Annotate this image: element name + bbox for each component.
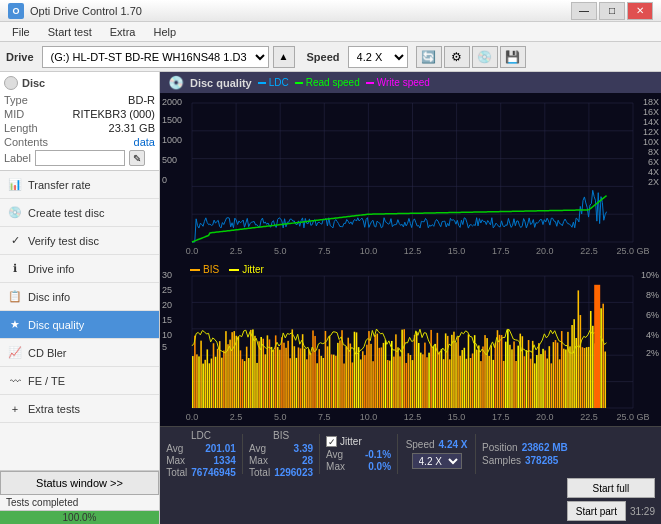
avg-jitter-row: Avg -0.1% — [326, 449, 391, 460]
extra-tests-icon: + — [8, 402, 22, 416]
total-bis-val: 1296023 — [274, 467, 313, 478]
chart-title: Disc quality — [190, 77, 252, 89]
max-ldc-row: Max 1334 — [166, 455, 236, 466]
y-top-500: 500 — [162, 155, 177, 165]
avg-bis-val: 3.39 — [294, 443, 313, 454]
ldc-header: LDC — [191, 430, 211, 441]
mid-label: MID — [4, 108, 24, 120]
drive-select[interactable]: (G:) HL-DT-ST BD-RE WH16NS48 1.D3 — [42, 46, 269, 68]
refresh-icon[interactable]: 🔄 — [416, 46, 442, 68]
menu-extra[interactable]: Extra — [102, 24, 144, 40]
jitter-color — [229, 269, 239, 271]
samples-val: 378285 — [525, 455, 558, 466]
sidebar-item-extra-tests[interactable]: + Extra tests — [0, 395, 159, 423]
legend-write-speed: Write speed — [366, 77, 430, 88]
sidebar-item-transfer-rate[interactable]: 📊 Transfer rate — [0, 171, 159, 199]
verify-test-disc-label: Verify test disc — [28, 235, 99, 247]
total-ldc-label: Total — [166, 467, 187, 478]
start-part-button[interactable]: Start part — [567, 501, 626, 521]
length-label: Length — [4, 122, 38, 134]
y-top-10x: 10X — [643, 137, 659, 147]
y-bot-10pct: 10% — [641, 270, 659, 280]
transfer-rate-icon: 📊 — [8, 178, 22, 192]
label-label: Label — [4, 152, 31, 164]
sidebar-item-verify-test-disc[interactable]: ✓ Verify test disc — [0, 227, 159, 255]
y-top-16x: 16X — [643, 107, 659, 117]
start-full-button[interactable]: Start full — [567, 478, 655, 498]
drive-info-label: Drive info — [28, 263, 74, 275]
y-top-2000: 2000 — [162, 97, 182, 107]
fe-te-label: FE / TE — [28, 375, 65, 387]
sidebar-item-fe-te[interactable]: 〰 FE / TE — [0, 367, 159, 395]
sidebar-item-disc-info[interactable]: 📋 Disc info — [0, 283, 159, 311]
max-ldc-val: 1334 — [214, 455, 236, 466]
sidebar-item-cd-bler[interactable]: 📈 CD Bler — [0, 339, 159, 367]
fe-te-icon: 〰 — [8, 374, 22, 388]
menu-help[interactable]: Help — [145, 24, 184, 40]
eject-button[interactable]: ▲ — [273, 46, 295, 68]
nav-items: 📊 Transfer rate 💿 Create test disc ✓ Ver… — [0, 171, 159, 470]
speed-stats: Speed 4.24 X 4.2 X — [404, 439, 469, 469]
samples-label: Samples — [482, 455, 521, 466]
y-bot-20: 20 — [162, 300, 172, 310]
speed-stats-select[interactable]: 4.2 X — [412, 453, 462, 469]
jitter-stats: ✓ Jitter Avg -0.1% Max 0.0% — [326, 436, 391, 472]
avg-jitter-val: -0.1% — [365, 449, 391, 460]
y-bot-6pct: 6% — [646, 310, 659, 320]
y-top-14x: 14X — [643, 117, 659, 127]
max-ldc-label: Max — [166, 455, 185, 466]
menu-bar: File Start test Extra Help — [0, 22, 661, 42]
y-bot-4pct: 4% — [646, 330, 659, 340]
max-jitter-val: 0.0% — [368, 461, 391, 472]
speed-select[interactable]: 4.2 X — [348, 46, 408, 68]
max-jitter-row: Max 0.0% — [326, 461, 391, 472]
speed-row: Speed 4.24 X — [406, 439, 468, 450]
close-button[interactable]: ✕ — [627, 2, 653, 20]
avg-ldc-label: Avg — [166, 443, 183, 454]
disc-info-label: Disc info — [28, 291, 70, 303]
sidebar-item-drive-info[interactable]: ℹ Drive info — [0, 255, 159, 283]
y-top-4x: 4X — [648, 167, 659, 177]
jitter-checkbox[interactable]: ✓ — [326, 436, 337, 447]
label-edit-button[interactable]: ✎ — [129, 150, 145, 166]
max-bis-label: Max — [249, 455, 268, 466]
menu-starttest[interactable]: Start test — [40, 24, 100, 40]
y-top-1500: 1500 — [162, 115, 182, 125]
bis-label: BIS — [203, 264, 219, 275]
legend-bis: BIS — [190, 264, 219, 275]
menu-file[interactable]: File — [4, 24, 38, 40]
label-input[interactable] — [35, 150, 125, 166]
disc-icon[interactable]: 💿 — [472, 46, 498, 68]
time-text: 31:29 — [630, 506, 655, 517]
contents-label: Contents — [4, 136, 48, 148]
position-val: 23862 MB — [522, 442, 568, 453]
divider-3 — [397, 434, 398, 474]
settings-icon[interactable]: ⚙ — [444, 46, 470, 68]
max-bis-row: Max 28 — [249, 455, 313, 466]
save-icon[interactable]: 💾 — [500, 46, 526, 68]
position-row: Position 23862 MB — [482, 442, 568, 453]
content-area: 💿 Disc quality LDC Read speed Write spee… — [160, 72, 661, 524]
avg-bis-label: Avg — [249, 443, 266, 454]
minimize-button[interactable]: — — [571, 2, 597, 20]
verify-test-disc-icon: ✓ — [8, 234, 22, 248]
sidebar-item-create-test-disc[interactable]: 💿 Create test disc — [0, 199, 159, 227]
cd-bler-icon: 📈 — [8, 346, 22, 360]
chart-header: 💿 Disc quality LDC Read speed Write spee… — [160, 72, 661, 93]
status-window-button[interactable]: Status window >> — [0, 471, 159, 495]
max-bis-val: 28 — [302, 455, 313, 466]
y-bot-15: 15 — [162, 315, 172, 325]
avg-bis-row: Avg 3.39 — [249, 443, 313, 454]
y-top-1000: 1000 — [162, 135, 182, 145]
y-bot-2pct: 2% — [646, 348, 659, 358]
divider-1 — [242, 434, 243, 474]
divider-4 — [475, 434, 476, 474]
maximize-button[interactable]: □ — [599, 2, 625, 20]
avg-ldc-val: 201.01 — [205, 443, 236, 454]
sidebar-item-disc-quality[interactable]: ★ Disc quality — [0, 311, 159, 339]
legend-jitter: Jitter — [229, 264, 264, 275]
jitter-label: Jitter — [242, 264, 264, 275]
speed-stats-label: Speed — [406, 439, 435, 450]
ldc-color — [258, 82, 266, 84]
y-bot-5: 5 — [162, 342, 167, 352]
